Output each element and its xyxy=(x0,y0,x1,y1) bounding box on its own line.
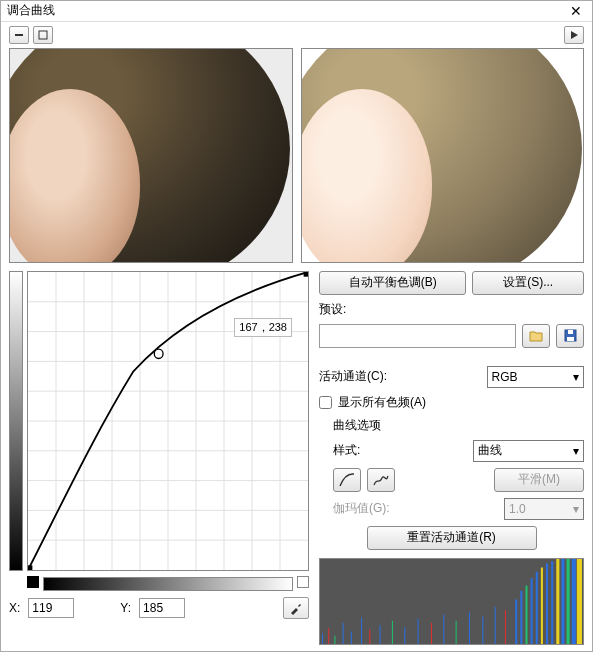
curve-tooltip: 167，238 xyxy=(234,318,292,337)
freehand-mode-button[interactable] xyxy=(367,468,395,492)
svg-rect-42 xyxy=(495,607,496,644)
reset-channel-button[interactable]: 重置活动通道(R) xyxy=(367,526,537,550)
svg-rect-41 xyxy=(482,616,483,644)
curve-panel: 167，238 X: Y: xyxy=(9,271,309,645)
svg-rect-30 xyxy=(351,631,352,644)
svg-rect-49 xyxy=(541,567,543,644)
svg-rect-56 xyxy=(577,559,582,644)
y-input[interactable] xyxy=(139,598,185,618)
curve-options-label: 曲线选项 xyxy=(319,417,584,434)
svg-rect-35 xyxy=(404,627,405,644)
x-input[interactable] xyxy=(28,598,74,618)
dialog-window: 调合曲线 ✕ xyxy=(0,0,593,652)
auto-balance-button[interactable]: 自动平衡色调(B) xyxy=(319,271,466,295)
x-label: X: xyxy=(9,601,20,615)
titlebar: 调合曲线 ✕ xyxy=(1,1,592,22)
eyedropper-button[interactable] xyxy=(283,597,309,619)
svg-rect-28 xyxy=(334,635,335,644)
svg-rect-37 xyxy=(431,623,432,644)
style-label: 样式: xyxy=(333,442,360,459)
svg-rect-46 xyxy=(525,585,527,644)
close-icon[interactable]: ✕ xyxy=(566,3,586,19)
play-button[interactable] xyxy=(564,26,584,44)
gamma-label: 伽玛值(G): xyxy=(333,500,390,517)
svg-rect-40 xyxy=(469,612,470,644)
preview-toolbar xyxy=(1,22,592,48)
controls-panel: 自动平衡色调(B) 设置(S)... 预设: 活动通道(C): RGB xyxy=(319,271,584,645)
svg-rect-25 xyxy=(568,330,573,334)
gradient-vertical xyxy=(9,271,23,571)
svg-rect-36 xyxy=(418,618,419,644)
svg-rect-44 xyxy=(515,599,517,644)
svg-rect-47 xyxy=(531,578,533,644)
svg-rect-29 xyxy=(343,623,344,644)
expand-left-button[interactable] xyxy=(33,26,53,44)
gamma-value: 1.0 xyxy=(509,502,526,516)
svg-rect-45 xyxy=(520,591,522,644)
settings-button[interactable]: 设置(S)... xyxy=(472,271,584,295)
svg-rect-39 xyxy=(456,621,457,644)
active-channel-label: 活动通道(C): xyxy=(319,368,387,385)
svg-rect-48 xyxy=(536,572,538,644)
chevron-down-icon: ▾ xyxy=(573,502,579,516)
svg-rect-32 xyxy=(369,629,370,644)
svg-marker-2 xyxy=(571,31,578,39)
preset-label: 预设: xyxy=(319,301,584,318)
window-title: 调合曲线 xyxy=(7,2,566,19)
black-point-handle[interactable] xyxy=(27,576,39,588)
curve-editor[interactable]: 167，238 xyxy=(27,271,309,571)
chevron-down-icon: ▾ xyxy=(573,444,579,458)
white-point-handle[interactable] xyxy=(297,576,309,588)
show-all-channels-checkbox[interactable] xyxy=(319,396,332,409)
curve-control-point xyxy=(154,349,163,358)
svg-rect-31 xyxy=(361,617,362,644)
svg-rect-53 xyxy=(561,559,564,644)
svg-rect-1 xyxy=(39,31,47,39)
style-select[interactable]: 曲线 ▾ xyxy=(473,440,584,462)
svg-rect-52 xyxy=(556,559,559,644)
svg-rect-33 xyxy=(380,625,381,644)
save-preset-button[interactable] xyxy=(556,324,584,348)
svg-rect-21 xyxy=(28,565,32,570)
active-channel-select[interactable]: RGB ▾ xyxy=(487,366,585,388)
svg-rect-43 xyxy=(505,610,506,644)
svg-rect-38 xyxy=(443,614,444,644)
svg-rect-22 xyxy=(304,272,308,277)
svg-rect-54 xyxy=(567,559,570,644)
svg-rect-0 xyxy=(15,34,23,36)
svg-rect-27 xyxy=(328,628,329,644)
style-value: 曲线 xyxy=(478,442,502,459)
chevron-down-icon: ▾ xyxy=(573,370,579,384)
preview-before xyxy=(9,48,293,263)
coordinate-row: X: Y: xyxy=(9,591,309,619)
svg-rect-55 xyxy=(572,559,576,644)
curve-mode-button[interactable] xyxy=(333,468,361,492)
active-channel-value: RGB xyxy=(492,370,518,384)
preview-after xyxy=(301,48,585,263)
svg-rect-24 xyxy=(567,337,574,341)
smooth-button: 平滑(M) xyxy=(494,468,584,492)
show-all-channels-label: 显示所有色频(A) xyxy=(338,394,426,411)
svg-rect-26 xyxy=(322,633,323,644)
gamma-select: 1.0 ▾ xyxy=(504,498,584,520)
preview-row xyxy=(1,48,592,271)
svg-rect-50 xyxy=(546,563,548,644)
y-label: Y: xyxy=(120,601,131,615)
histogram xyxy=(319,558,584,645)
svg-rect-34 xyxy=(392,621,393,644)
preset-field[interactable] xyxy=(319,324,516,348)
open-preset-button[interactable] xyxy=(522,324,550,348)
svg-rect-51 xyxy=(551,561,553,644)
collapse-left-button[interactable] xyxy=(9,26,29,44)
gradient-horizontal xyxy=(43,577,293,591)
